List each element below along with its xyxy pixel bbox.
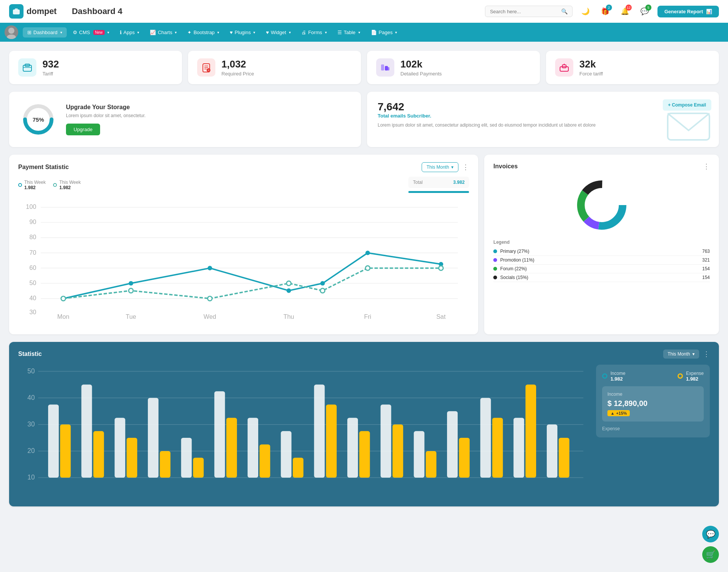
force-label: Force tariff bbox=[579, 71, 603, 77]
invoices-title: Invoices bbox=[493, 163, 518, 170]
income-box: Income $ 12,890,00 ▲ +15% bbox=[602, 386, 704, 422]
svg-rect-96 bbox=[447, 411, 458, 478]
svg-rect-75 bbox=[93, 431, 104, 478]
svg-point-3 bbox=[7, 34, 16, 39]
tariff-label: Tariff bbox=[42, 71, 59, 77]
this-month-dropdown[interactable]: This Month ▾ bbox=[422, 162, 458, 172]
price-label: Required Price bbox=[221, 71, 254, 77]
logo-icon bbox=[9, 4, 24, 19]
invoices-more-icon[interactable]: ⋮ bbox=[703, 162, 710, 171]
nav-item-widget[interactable]: ♥ Widget ▾ bbox=[261, 27, 295, 38]
bell-btn[interactable]: 🔔 12 bbox=[618, 5, 632, 18]
svg-rect-86 bbox=[281, 431, 292, 478]
search-bar[interactable]: 🔍 bbox=[485, 6, 573, 17]
svg-text:50: 50 bbox=[29, 279, 36, 286]
generate-report-button[interactable]: Generate Report 📊 bbox=[657, 6, 719, 17]
svg-rect-78 bbox=[148, 398, 158, 478]
plugins-icon: ♥ bbox=[230, 30, 233, 35]
legend-row: This Week 1.982 This Week 1.982 Total 3.… bbox=[18, 177, 469, 193]
more-options-icon[interactable]: ⋮ bbox=[462, 163, 469, 171]
svg-text:Tue: Tue bbox=[126, 313, 136, 320]
chevron-down-icon-pages: ▾ bbox=[395, 30, 397, 34]
page-title: Dashboard 4 bbox=[72, 6, 485, 16]
charts-icon: 📈 bbox=[150, 30, 156, 35]
svg-rect-85 bbox=[260, 444, 270, 478]
svg-rect-92 bbox=[381, 404, 391, 478]
header: dompet Dashboard 4 🔍 🌙 🎁 2 🔔 12 💬 5 Gene… bbox=[0, 0, 728, 23]
chevron-down-icon: ▾ bbox=[60, 30, 62, 34]
legend-forum: Forum (22%) 154 bbox=[493, 265, 710, 273]
upgrade-button[interactable]: Upgrade bbox=[66, 124, 100, 135]
payment-title: Payment Statistic bbox=[18, 164, 69, 171]
nav-item-forms[interactable]: 🖨 Forms ▾ bbox=[297, 27, 331, 38]
svg-text:Thu: Thu bbox=[284, 313, 294, 320]
tariff-value: 932 bbox=[42, 58, 59, 70]
compose-email-button[interactable]: + Compose Email bbox=[663, 99, 711, 111]
nav-bar: ⊞ Dashboard ▾ ⚙ CMS New ▾ ℹ Apps ▾ 📈 Cha… bbox=[0, 23, 728, 42]
stat-card-payments-info: 102k Detailed Payments bbox=[400, 58, 442, 77]
statistic-bar-chart: 50 40 30 20 10 bbox=[18, 365, 590, 499]
email-card: + Compose Email 7,642 Total emails Subcr… bbox=[367, 92, 719, 147]
svg-rect-97 bbox=[459, 438, 470, 478]
svg-rect-95 bbox=[426, 451, 436, 478]
nav-item-bootstrap[interactable]: ✦ Bootstrap ▾ bbox=[183, 27, 224, 38]
email-subtitle: Total emails Subcriber. bbox=[378, 113, 708, 119]
svg-text:60: 60 bbox=[29, 264, 36, 271]
income-item: Income 1.982 bbox=[602, 371, 625, 382]
chat-btn[interactable]: 💬 5 bbox=[638, 5, 651, 18]
statistic-header: Statistic This Month ▾ ⋮ bbox=[18, 349, 710, 359]
statistic-more-icon[interactable]: ⋮ bbox=[703, 350, 710, 358]
nav-item-plugins[interactable]: ♥ Plugins ▾ bbox=[225, 27, 260, 38]
svg-point-53 bbox=[287, 281, 291, 285]
apps-icon: ℹ bbox=[120, 30, 122, 35]
nav-avatar bbox=[5, 25, 18, 39]
total-row: Total 3.982 bbox=[408, 177, 469, 188]
bar-chart-svg: 50 40 30 20 10 bbox=[18, 365, 590, 498]
svg-text:40: 40 bbox=[29, 295, 36, 301]
svg-rect-13 bbox=[381, 64, 384, 71]
chevron-down-icon-forms: ▾ bbox=[325, 30, 327, 34]
svg-text:20: 20 bbox=[27, 447, 35, 454]
bell-badge: 12 bbox=[626, 5, 632, 11]
search-input[interactable] bbox=[490, 9, 558, 14]
svg-text:100: 100 bbox=[26, 203, 36, 210]
gift-btn[interactable]: 🎁 2 bbox=[598, 5, 612, 18]
socials-dot bbox=[493, 276, 497, 279]
force-icon bbox=[555, 58, 573, 77]
statistic-month-dropdown[interactable]: This Month ▾ bbox=[663, 349, 699, 359]
svg-rect-14 bbox=[385, 66, 388, 71]
new-badge: New bbox=[93, 30, 105, 35]
upgrade-title: Upgrade Your Storage bbox=[66, 104, 146, 111]
svg-text:Wed: Wed bbox=[204, 313, 216, 320]
forum-dot bbox=[493, 267, 497, 271]
svg-point-51 bbox=[129, 288, 133, 293]
svg-rect-74 bbox=[82, 385, 92, 478]
payments-icon bbox=[376, 58, 394, 77]
svg-rect-88 bbox=[314, 385, 325, 478]
nav-item-table[interactable]: ☰ Table ▾ bbox=[333, 27, 365, 38]
svg-point-47 bbox=[320, 281, 325, 285]
nav-item-pages[interactable]: 📄 Pages ▾ bbox=[366, 27, 402, 38]
svg-rect-94 bbox=[414, 431, 424, 478]
svg-rect-100 bbox=[513, 418, 524, 478]
svg-text:Mon: Mon bbox=[57, 313, 69, 320]
middle-row: 75% Upgrade Your Storage Lorem ipsum dol… bbox=[9, 92, 719, 147]
statistic-controls: This Month ▾ ⋮ bbox=[663, 349, 710, 359]
nav-item-dashboard[interactable]: ⊞ Dashboard ▾ bbox=[23, 27, 67, 38]
expense-item: Expense 1.982 bbox=[678, 371, 704, 382]
nav-item-charts[interactable]: 📈 Charts ▾ bbox=[145, 27, 181, 38]
svg-rect-99 bbox=[492, 418, 503, 478]
stat-card-payments: 102k Detailed Payments bbox=[367, 51, 540, 84]
statistic-title: Statistic bbox=[18, 351, 42, 357]
nav-item-apps[interactable]: ℹ Apps ▾ bbox=[115, 27, 144, 38]
moon-btn[interactable]: 🌙 bbox=[579, 5, 592, 18]
bootstrap-icon: ✦ bbox=[187, 30, 191, 35]
svg-text:40: 40 bbox=[27, 394, 35, 401]
payment-chart-header: Payment Statistic This Month ▾ ⋮ bbox=[18, 162, 469, 172]
svg-rect-15 bbox=[388, 67, 389, 71]
chevron-down-icon-cms: ▾ bbox=[107, 30, 109, 34]
svg-rect-81 bbox=[193, 458, 204, 478]
chevron-down-icon-table: ▾ bbox=[358, 30, 360, 34]
stat-card-tariff: 932 Tariff bbox=[9, 51, 182, 84]
nav-item-cms[interactable]: ⚙ CMS New ▾ bbox=[68, 27, 114, 38]
